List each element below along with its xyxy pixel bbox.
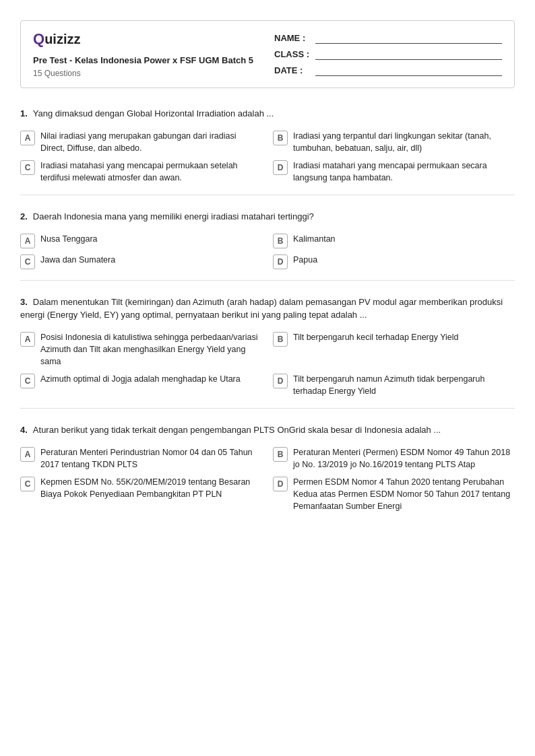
option-a[interactable]: APeraturan Menteri Perindustrian Nomor 0… — [20, 446, 262, 471]
section-divider — [20, 195, 515, 195]
option-d[interactable]: DTilt berpengaruh namun Azimuth tidak be… — [273, 373, 515, 397]
option-text-a: Posisi Indonesia di katulistiwa sehingga… — [40, 331, 262, 368]
option-letter-d: D — [273, 254, 288, 269]
question-2-options: ANusa TenggaraBKalimantanCJawa dan Sumat… — [20, 233, 515, 269]
class-label: CLASS : — [274, 49, 311, 59]
question-4-options: APeraturan Menteri Perindustrian Nomor 0… — [20, 446, 515, 513]
option-text-c: Kepmen ESDM No. 55K/20/MEM/2019 tentang … — [40, 476, 262, 500]
question-number: 4. — [20, 425, 28, 435]
question-3-options: APosisi Indonesia di katulistiwa sehingg… — [20, 331, 515, 398]
option-letter-c: C — [20, 374, 35, 388]
date-line — [315, 65, 502, 76]
option-text-b: Iradiasi yang terpantul dari lingkungan … — [293, 130, 515, 154]
section-divider — [20, 408, 515, 409]
option-letter-d: D — [273, 477, 288, 491]
logo-q: Q — [33, 30, 44, 48]
logo-rest: uizizz — [44, 32, 80, 47]
name-field-row: NAME : — [274, 33, 502, 44]
option-text-d: Permen ESDM Nomor 4 Tahun 2020 tentang P… — [293, 476, 515, 512]
option-letter-b: B — [273, 447, 288, 462]
question-number: 1. — [20, 108, 28, 118]
option-text-a: Nusa Tenggara — [40, 233, 98, 245]
header-box: Quizizz Pre Test - Kelas Indonesia Power… — [20, 20, 515, 88]
quiz-subtitle: 15 Questions — [33, 69, 261, 78]
option-text-c: Azimuth optimal di Jogja adalah menghada… — [40, 373, 241, 385]
option-d[interactable]: DPapua — [273, 254, 515, 269]
class-field-row: CLASS : — [274, 49, 502, 60]
header-left: Quizizz Pre Test - Kelas Indonesia Power… — [33, 30, 274, 78]
question-3-text: 3.Dalam menentukan Tilt (kemiringan) dan… — [20, 296, 515, 322]
option-text-c: Iradiasi matahasi yang mencapai permukaa… — [40, 160, 262, 184]
class-line — [315, 49, 502, 60]
date-label: DATE : — [274, 65, 311, 75]
quiz-title: Pre Test - Kelas Indonesia Power x FSF U… — [33, 55, 261, 67]
option-c[interactable]: CAzimuth optimal di Jogja adalah menghad… — [20, 373, 262, 397]
option-letter-c: C — [20, 160, 35, 175]
question-1-options: ANilai iradiasi yang merupakan gabungan … — [20, 130, 515, 184]
question-1: 1.Yang dimaksud dengan Global Horizontal… — [20, 107, 515, 195]
option-b[interactable]: BIradiasi yang terpantul dari lingkungan… — [273, 130, 515, 154]
option-letter-c: C — [20, 477, 35, 491]
option-a[interactable]: ANilai iradiasi yang merupakan gabungan … — [20, 130, 262, 154]
question-number: 3. — [20, 297, 28, 307]
question-2: 2.Daerah Indonesia mana yang memiliki en… — [20, 210, 515, 281]
option-text-a: Peraturan Menteri Perindustrian Nomor 04… — [40, 446, 262, 471]
name-label: NAME : — [274, 33, 311, 43]
option-text-b: Kalimantan — [293, 233, 336, 245]
date-field-row: DATE : — [274, 65, 502, 76]
questions-container: 1.Yang dimaksud dengan Global Horizontal… — [20, 107, 515, 512]
option-text-c: Jawa dan Sumatera — [40, 254, 115, 266]
option-b[interactable]: BTilt berpengaruh kecil terhadap Energy … — [273, 331, 515, 368]
option-d[interactable]: DIradiasi matahari yang mencapai permuka… — [273, 160, 515, 184]
option-b[interactable]: BKalimantan — [273, 233, 515, 248]
option-text-d: Papua — [293, 254, 317, 266]
option-c[interactable]: CIradiasi matahasi yang mencapai permuka… — [20, 160, 262, 184]
option-letter-b: B — [273, 131, 288, 145]
option-letter-a: A — [20, 131, 35, 145]
option-text-b: Tilt berpengaruh kecil terhadap Energy Y… — [293, 331, 459, 343]
option-b[interactable]: BPeraturan Menteri (Permen) ESDM Nomor 4… — [273, 446, 515, 471]
option-letter-a: A — [20, 234, 35, 248]
option-a[interactable]: APosisi Indonesia di katulistiwa sehingg… — [20, 331, 262, 368]
quizizz-logo: Quizizz — [33, 30, 261, 48]
option-text-a: Nilai iradiasi yang merupakan gabungan d… — [40, 130, 262, 154]
name-line — [315, 33, 502, 44]
option-letter-b: B — [273, 332, 288, 347]
option-c[interactable]: CJawa dan Sumatera — [20, 254, 262, 269]
option-letter-b: B — [273, 234, 288, 248]
question-4-text: 4.Aturan berikut yang tidak terkait deng… — [20, 423, 515, 437]
option-c[interactable]: CKepmen ESDM No. 55K/20/MEM/2019 tentang… — [20, 476, 262, 512]
option-letter-a: A — [20, 332, 35, 347]
header-right: NAME : CLASS : DATE : — [274, 30, 502, 78]
option-letter-d: D — [273, 374, 288, 388]
option-letter-d: D — [273, 160, 288, 175]
option-letter-a: A — [20, 447, 35, 462]
question-number: 2. — [20, 211, 28, 221]
option-d[interactable]: DPermen ESDM Nomor 4 Tahun 2020 tentang … — [273, 476, 515, 512]
option-text-b: Peraturan Menteri (Permen) ESDM Nomor 49… — [293, 446, 515, 471]
option-text-d: Tilt berpengaruh namun Azimuth tidak ber… — [293, 373, 515, 397]
option-a[interactable]: ANusa Tenggara — [20, 233, 262, 248]
question-1-text: 1.Yang dimaksud dengan Global Horizontal… — [20, 107, 515, 121]
option-text-d: Iradiasi matahari yang mencapai permukaa… — [293, 160, 515, 184]
question-3: 3.Dalam menentukan Tilt (kemiringan) dan… — [20, 296, 515, 409]
question-4: 4.Aturan berikut yang tidak terkait deng… — [20, 423, 515, 512]
option-letter-c: C — [20, 254, 35, 269]
section-divider — [20, 280, 515, 281]
question-2-text: 2.Daerah Indonesia mana yang memiliki en… — [20, 210, 515, 224]
